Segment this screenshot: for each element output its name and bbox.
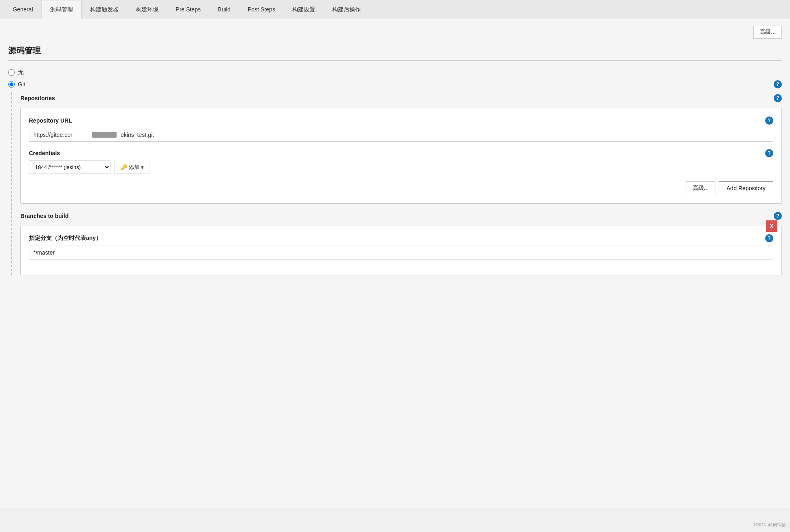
top-advanced-button[interactable]: 高级... bbox=[753, 26, 782, 39]
radio-group: 无 Git ? bbox=[8, 69, 782, 88]
radio-git-option: Git ? bbox=[8, 80, 782, 88]
add-credential-button[interactable]: 🔑 添加 ▾ bbox=[115, 161, 150, 174]
radio-git-input[interactable] bbox=[8, 81, 15, 88]
repositories-help-icon[interactable]: ? bbox=[774, 94, 782, 102]
credentials-label: Credentials bbox=[29, 150, 60, 156]
tab-build-settings[interactable]: 构建设置 bbox=[284, 0, 324, 19]
credentials-row: 1844 /****** (jekins) 🔑 添加 ▾ bbox=[29, 160, 773, 174]
radio-none-label[interactable]: 无 bbox=[18, 69, 24, 76]
radio-none-input[interactable] bbox=[8, 69, 15, 76]
repo-url-header: Repository URL ? bbox=[29, 117, 773, 125]
tab-post-steps[interactable]: Post Steps bbox=[239, 0, 284, 19]
radio-git-label[interactable]: Git bbox=[18, 81, 25, 88]
repo-url-field: Repository URL ? ekins_test.git bbox=[29, 117, 773, 142]
main-content: 高级... 源码管理 无 Git ? Repositories ? Rep bbox=[0, 19, 790, 508]
credentials-header: Credentials ? bbox=[29, 149, 773, 157]
branches-header: Branches to build ? bbox=[20, 212, 782, 220]
branches-card: X 指定分支（为空时代表any） ? bbox=[20, 226, 782, 275]
add-credential-dropdown-icon: ▾ bbox=[141, 164, 144, 170]
branch-field-label: 指定分支（为空时代表any） bbox=[29, 235, 102, 242]
credentials-help-icon[interactable]: ? bbox=[765, 149, 773, 157]
top-advanced-area: 高级... bbox=[8, 26, 782, 39]
git-help-icon[interactable]: ? bbox=[774, 80, 782, 88]
radio-none-option: 无 bbox=[8, 69, 782, 76]
branch-field: 指定分支（为空时代表any） ? bbox=[29, 234, 773, 259]
repositories-label: Repositories bbox=[20, 95, 55, 101]
branches-section: Branches to build ? X 指定分支（为空时代表any） ? bbox=[20, 212, 782, 275]
branches-help-icon[interactable]: ? bbox=[774, 212, 782, 220]
git-section: Repositories ? Repository URL ? ekins_te… bbox=[11, 92, 782, 275]
redacted-text: ekins_test.git bbox=[121, 132, 154, 138]
credentials-field: Credentials ? 1844 /****** (jekins) 🔑 添加… bbox=[29, 149, 773, 174]
repo-url-label: Repository URL bbox=[29, 117, 72, 124]
repositories-card: Repository URL ? ekins_test.git Credenti… bbox=[20, 108, 782, 204]
card-actions: 高级... Add Repository bbox=[29, 181, 773, 195]
repositories-header: Repositories ? bbox=[20, 94, 782, 102]
tab-post-build[interactable]: 构建后操作 bbox=[324, 0, 369, 19]
tab-build-env[interactable]: 构建环境 bbox=[127, 0, 167, 19]
branches-label: Branches to build bbox=[20, 213, 68, 219]
repo-url-help-icon[interactable]: ? bbox=[765, 117, 773, 125]
page-title: 源码管理 bbox=[8, 45, 782, 61]
add-repository-button[interactable]: Add Repository bbox=[719, 181, 773, 195]
tab-source-mgmt[interactable]: 源码管理 bbox=[42, 0, 82, 19]
branch-input[interactable] bbox=[29, 246, 773, 259]
tab-build[interactable]: Build bbox=[209, 0, 239, 19]
credentials-select[interactable]: 1844 /****** (jekins) bbox=[29, 160, 110, 174]
delete-branch-button[interactable]: X bbox=[766, 220, 777, 232]
branch-field-help-icon[interactable]: ? bbox=[765, 234, 773, 242]
tab-pre-steps[interactable]: Pre Steps bbox=[167, 0, 209, 19]
key-icon: 🔑 bbox=[121, 164, 127, 170]
tab-bar: General 源码管理 构建触发器 构建环境 Pre Steps Build … bbox=[0, 0, 790, 19]
add-credential-label: 添加 bbox=[129, 164, 139, 171]
redacted-block-1 bbox=[92, 132, 117, 138]
branch-field-header: 指定分支（为空时代表any） ? bbox=[29, 234, 773, 242]
tab-build-trigger[interactable]: 构建触发器 bbox=[82, 0, 127, 19]
tab-general[interactable]: General bbox=[4, 0, 42, 19]
card-advanced-button[interactable]: 高级... bbox=[686, 181, 716, 195]
